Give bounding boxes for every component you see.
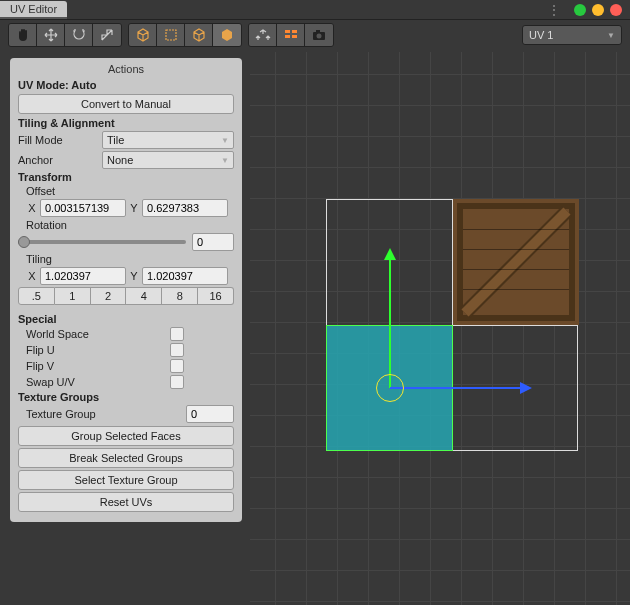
offset-x-input[interactable] (40, 199, 126, 217)
maximize-dot[interactable] (592, 4, 604, 16)
flip-v-label: Flip V (26, 360, 54, 372)
svg-rect-1 (285, 30, 290, 33)
cube-select-tool[interactable] (213, 24, 241, 46)
svg-rect-2 (292, 30, 297, 33)
scale-tool[interactable] (93, 24, 121, 46)
preset-2[interactable]: 2 (91, 287, 127, 305)
fill-mode-label: Fill Mode (18, 134, 98, 146)
swap-uv-label: Swap U/V (26, 376, 75, 388)
x-label: X (26, 270, 38, 282)
chevron-down-icon: ▼ (607, 31, 615, 40)
toolbar: UV 1 ▼ (0, 20, 630, 50)
x-label: X (26, 202, 38, 214)
swap-uv-checkbox[interactable] (170, 375, 184, 389)
slider-thumb[interactable] (18, 236, 30, 248)
panel-title: Actions (10, 60, 242, 78)
flip-u-label: Flip U (26, 344, 55, 356)
minimize-dot[interactable] (574, 4, 586, 16)
world-space-checkbox[interactable] (170, 327, 184, 341)
group-selected-faces-button[interactable]: Group Selected Faces (18, 426, 234, 446)
rotate-tool[interactable] (65, 24, 93, 46)
svg-rect-0 (166, 30, 176, 40)
preset-4[interactable]: 4 (126, 287, 162, 305)
preset-0.5[interactable]: .5 (18, 287, 55, 305)
chevron-down-icon: ▼ (221, 156, 229, 165)
gizmo-x-axis[interactable] (390, 387, 524, 389)
y-label: Y (128, 202, 140, 214)
y-label: Y (128, 270, 140, 282)
svg-rect-3 (285, 35, 290, 38)
transform-header: Transform (10, 170, 242, 184)
gizmo-x-arrow-icon (520, 382, 532, 394)
title-bar: UV Editor ⋮ (0, 0, 630, 20)
rotation-value-input[interactable] (192, 233, 234, 251)
anchor-label: Anchor (18, 154, 98, 166)
hand-tool[interactable] (9, 24, 37, 46)
texture-group-label: Texture Group (26, 408, 96, 420)
gizmo-y-arrow-icon (384, 248, 396, 260)
crate-texture-face[interactable] (453, 199, 579, 325)
uv-channel-dropdown[interactable]: UV 1 ▼ (522, 25, 622, 45)
tiling-label: Tiling (10, 252, 242, 266)
action-tools (248, 23, 334, 47)
cube-edge-tool[interactable] (157, 24, 185, 46)
flip-u-checkbox[interactable] (170, 343, 184, 357)
uv-channel-label: UV 1 (529, 29, 553, 41)
texture-groups-header: Texture Groups (10, 390, 242, 404)
offset-label: Offset (10, 184, 242, 198)
world-space-label: World Space (26, 328, 89, 340)
tiling-x-input[interactable] (40, 267, 126, 285)
kebab-menu-icon[interactable]: ⋮ (547, 2, 560, 18)
manipulation-tools (8, 23, 122, 47)
distribute-tool[interactable] (249, 24, 277, 46)
move-tool[interactable] (37, 24, 65, 46)
uv-mode-label: UV Mode: Auto (10, 78, 242, 92)
close-dot[interactable] (610, 4, 622, 16)
chevron-down-icon: ▼ (221, 136, 229, 145)
uv-viewport[interactable] (250, 52, 630, 605)
window-controls: ⋮ (547, 2, 622, 18)
svg-rect-4 (292, 35, 297, 38)
tiling-presets: .5 1 2 4 8 16 (10, 286, 242, 306)
window-tab[interactable]: UV Editor (0, 1, 67, 19)
select-texture-group-button[interactable]: Select Texture Group (18, 470, 234, 490)
fill-mode-select[interactable]: Tile ▼ (102, 131, 234, 149)
preset-8[interactable]: 8 (162, 287, 198, 305)
offset-y-input[interactable] (142, 199, 228, 217)
svg-rect-7 (316, 30, 320, 32)
texture-group-input[interactable] (186, 405, 234, 423)
camera-tool[interactable] (305, 24, 333, 46)
cube-face-tool[interactable] (185, 24, 213, 46)
cube-vertex-tool[interactable] (129, 24, 157, 46)
svg-line-9 (465, 211, 567, 313)
crate-diagonal (453, 199, 579, 325)
reset-uvs-button[interactable]: Reset UVs (18, 492, 234, 512)
convert-to-manual-button[interactable]: Convert to Manual (18, 94, 234, 114)
selection-tools (128, 23, 242, 47)
rotation-label: Rotation (10, 218, 242, 232)
break-selected-groups-button[interactable]: Break Selected Groups (18, 448, 234, 468)
svg-point-6 (317, 34, 322, 39)
preset-16[interactable]: 16 (198, 287, 234, 305)
actions-panel: Actions UV Mode: Auto Convert to Manual … (10, 58, 242, 522)
tiling-y-input[interactable] (142, 267, 228, 285)
gizmo-center-circle[interactable] (376, 374, 404, 402)
brick-layout-tool[interactable] (277, 24, 305, 46)
special-header: Special (10, 312, 242, 326)
tiling-alignment-header: Tiling & Alignment (10, 116, 242, 130)
gizmo-y-axis[interactable] (389, 254, 391, 388)
anchor-select[interactable]: None ▼ (102, 151, 234, 169)
flip-v-checkbox[interactable] (170, 359, 184, 373)
preset-1[interactable]: 1 (55, 287, 91, 305)
rotation-slider[interactable] (18, 240, 186, 244)
